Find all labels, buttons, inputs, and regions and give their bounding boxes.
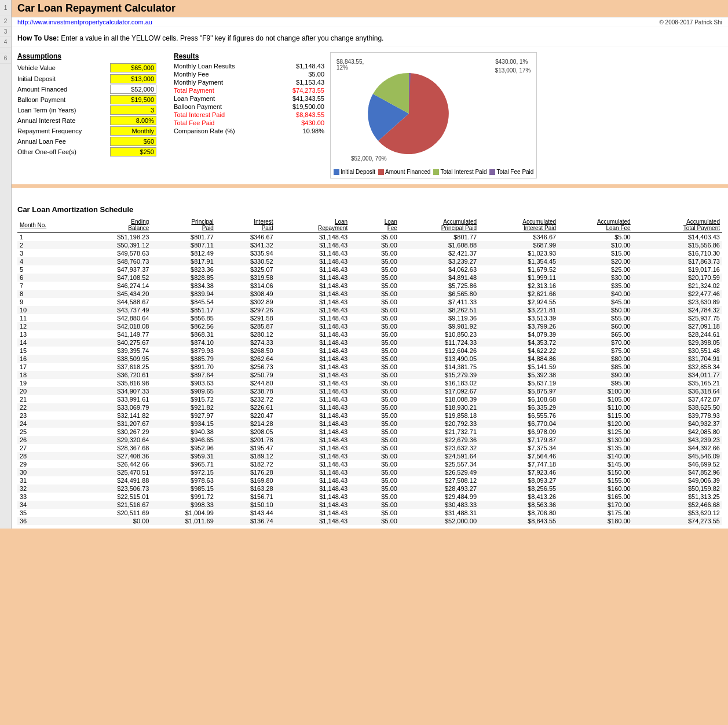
link-bar: http://www.investmentpropertycalculator.…	[12, 17, 728, 27]
header-bar: Car Loan Repayment Calculator	[12, 0, 728, 17]
table-row: 10$43,737.49$851.17$297.26$1,148.43$5.00…	[17, 306, 722, 314]
legend-total-fee: Total Fee Paid	[496, 169, 533, 175]
table-row: 21$33,991.61$915.72$232.72$1,148.43$5.00…	[17, 395, 722, 403]
monthly-payment-label: Monthly Payment	[174, 79, 278, 86]
vehicle-value-input[interactable]	[110, 63, 156, 72]
balloon-payment-result-label: Balloon Payment	[174, 103, 278, 110]
website-link[interactable]: http://www.investmentpropertycalculator.…	[17, 19, 152, 25]
total-payment-value: $74,273.55	[278, 87, 324, 94]
pie-chart	[334, 56, 484, 166]
monthly-payment-value: $1,153.43	[278, 79, 324, 86]
table-row: 14$40,275.67$874.10$274.33$1,148.43$5.00…	[17, 338, 722, 347]
table-row: 24$31,207.67$934.15$214.28$1,148.43$5.00…	[17, 420, 722, 428]
loan-term-input[interactable]	[110, 105, 156, 115]
monthly-loan-results-label: Monthly Loan Results	[174, 63, 278, 70]
amount-financed-label: Amount Financed	[17, 86, 110, 93]
th-month: Month No.	[17, 217, 77, 233]
table-row: 29$26,442.66$965.71$182.72$1,148.43$5.00…	[17, 460, 722, 468]
table-row: 17$37,618.25$891.70$256.73$1,148.43$5.00…	[17, 363, 722, 371]
table-row: 11$42,880.64$856.85$291.58$1,148.43$5.00…	[17, 314, 722, 322]
total-fee-paid-value: $430.00	[278, 119, 324, 126]
table-row: 9$44,588.67$845.54$302.89$1,148.43$5.00$…	[17, 298, 722, 306]
balloon-payment-input[interactable]	[110, 95, 156, 104]
howto-bar: How To Use: Enter a value in all the YEL…	[12, 32, 728, 46]
table-row: 22$33,069.79$921.82$226.61$1,148.43$5.00…	[17, 403, 722, 411]
table-row: 5$47,937.37$823.36$325.07$1,148.43$5.00$…	[17, 265, 722, 274]
assumptions-section: Assumptions Vehicle Value Initial Deposi…	[17, 52, 168, 158]
table-row: 13$41,149.77$868.31$280.12$1,148.43$5.00…	[17, 330, 722, 338]
table-row: 31$24,491.88$978.63$169.80$1,148.43$5.00…	[17, 476, 722, 484]
table-row: 23$32,141.82$927.97$220.47$1,148.43$5.00…	[17, 411, 722, 420]
legend-total-interest: Total Interest Paid	[440, 169, 486, 175]
annual-loan-fee-input[interactable]	[110, 137, 156, 146]
repayment-freq-label: Repayment Frequency	[17, 127, 110, 134]
howto-text: Enter a value in all the YELLOW cells. P…	[61, 34, 383, 42]
th-acc-total: AccumulatedTotal Payment	[633, 217, 722, 233]
table-row: 28$27,408.36$959.31$189.12$1,148.43$5.00…	[17, 452, 722, 460]
annual-interest-label: Annual Interest Rate	[17, 117, 110, 124]
assumptions-title: Assumptions	[17, 52, 168, 60]
table-row: 26$29,320.64$946.65$201.78$1,148.43$5.00…	[17, 436, 722, 444]
table-row: 8$45,434.20$839.94$308.49$1,148.43$5.00$…	[17, 290, 722, 298]
table-row: 12$42,018.08$862.56$285.87$1,148.43$5.00…	[17, 322, 722, 330]
table-row: 35$20,511.69$1,004.99$143.44$1,148.43$5.…	[17, 509, 722, 517]
th-loan-fee: LoanFee	[350, 217, 400, 233]
table-row: 19$35,816.98$903.63$244.80$1,148.43$5.00…	[17, 379, 722, 387]
table-row: 18$36,720.61$897.64$250.79$1,148.43$5.00…	[17, 371, 722, 379]
comparison-rate-value: 10.98%	[278, 127, 324, 134]
th-interest-paid: InterestPaid	[216, 217, 276, 233]
table-row: 15$39,395.74$879.93$268.50$1,148.43$5.00…	[17, 347, 722, 355]
th-principal-paid: PrincipalPaid	[151, 217, 215, 233]
balloon-payment-label: Balloon Payment	[17, 96, 110, 103]
balloon-payment-result-value: $19,500.00	[278, 103, 324, 110]
table-row: 33$22,515.01$991.72$156.71$1,148.43$5.00…	[17, 493, 722, 501]
th-acc-interest: AccumulatedInterest Paid	[479, 217, 558, 233]
loan-payment-value: $41,343.55	[278, 95, 324, 102]
table-row: 30$25,470.51$972.15$176.28$1,148.43$5.00…	[17, 468, 722, 476]
vehicle-value-label: Vehicle Value	[17, 64, 110, 71]
page-title: Car Loan Repayment Calculator	[17, 2, 175, 14]
comparison-rate-label: Comparison Rate (%)	[174, 127, 278, 134]
table-row: 25$30,267.29$940.38$208.05$1,148.43$5.00…	[17, 428, 722, 436]
legend-amount-financed: Amount Financed	[385, 169, 430, 175]
amort-section: Car Loan Amortization Schedule Month No.…	[12, 202, 728, 529]
table-row: 1$51,198.23$801.77$346.67$1,148.43$5.00$…	[17, 233, 722, 242]
monthly-loan-results-value: $1,148.43	[278, 63, 324, 70]
amount-financed-input	[110, 85, 156, 94]
monthly-fee-value: $5.00	[278, 71, 324, 78]
initial-deposit-input[interactable]	[110, 74, 156, 83]
howto-label: How To Use:	[17, 34, 59, 42]
other-fee-label: Other One-off Fee(s)	[17, 148, 110, 155]
th-acc-loan-fee: AccumulatedLoan Fee	[558, 217, 633, 233]
annual-interest-input[interactable]	[110, 116, 156, 125]
other-fee-input[interactable]	[110, 147, 156, 156]
loan-term-label: Loan Term (in Years)	[17, 107, 110, 114]
total-fee-paid-label: Total Fee Paid	[174, 119, 278, 126]
total-payment-label: Total Payment	[174, 87, 278, 94]
table-row: 6$47,108.52$828.85$319.58$1,148.43$5.00$…	[17, 274, 722, 282]
chart-legend: Initial Deposit Amount Financed Total In…	[334, 169, 533, 175]
th-ending-balance: EndingBalance	[77, 217, 152, 233]
copyright-text: © 2008-2017 Patrick Shi	[659, 19, 722, 25]
table-row: 32$23,506.73$985.15$163.28$1,148.43$5.00…	[17, 484, 722, 493]
results-title: Results	[174, 52, 324, 60]
table-row: 36$0.00$1,011.69$136.74$1,148.43$5.00$52…	[17, 517, 722, 525]
total-interest-paid-value: $8,843.55	[278, 111, 324, 118]
chart-section: $8,843.55, 12% $430.00, 1% $13,000, 17% …	[330, 52, 537, 178]
table-row: 4$48,760.73$817.91$330.52$1,148.43$5.00$…	[17, 257, 722, 265]
repayment-freq-input[interactable]	[110, 126, 156, 136]
initial-deposit-label: Initial Deposit	[17, 75, 110, 82]
results-section: Results Monthly Loan Results $1,148.43 M…	[174, 52, 324, 136]
table-row: 27$28,367.68$952.96$195.47$1,148.43$5.00…	[17, 444, 722, 452]
table-row: 34$21,516.67$998.33$150.10$1,148.43$5.00…	[17, 501, 722, 509]
table-row: 3$49,578.63$812.49$335.94$1,148.43$5.00$…	[17, 249, 722, 257]
legend-initial-deposit: Initial Deposit	[341, 169, 375, 175]
amort-table: Month No. EndingBalance PrincipalPaid In…	[17, 217, 722, 525]
table-row: 20$34,907.33$909.65$238.78$1,148.43$5.00…	[17, 387, 722, 395]
loan-payment-label: Loan Payment	[174, 95, 278, 102]
table-row: 7$46,274.14$834.38$314.06$1,148.43$5.00$…	[17, 282, 722, 290]
annual-loan-fee-label: Annual Loan Fee	[17, 138, 110, 145]
th-acc-principal: AccumulatedPrincipal Paid	[400, 217, 479, 233]
table-row: 16$38,509.95$885.79$262.64$1,148.43$5.00…	[17, 355, 722, 363]
amort-title: Car Loan Amortization Schedule	[17, 205, 722, 214]
